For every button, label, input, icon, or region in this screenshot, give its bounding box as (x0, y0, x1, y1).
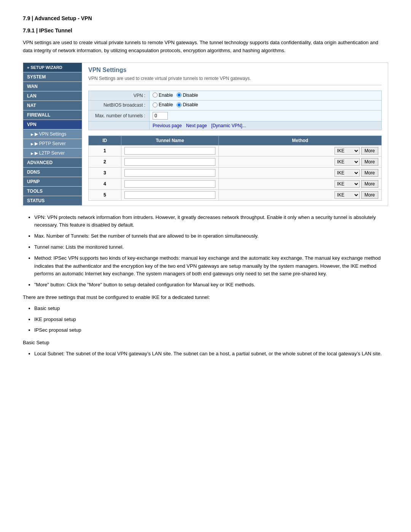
tunnel-method-select-2[interactable]: IKEManual (335, 158, 360, 166)
netbios-disable-radio[interactable] (177, 102, 182, 107)
sidebar-item-lan[interactable]: LAN (23, 91, 82, 101)
col-id-header: ID (89, 136, 121, 145)
tunnel-row-3: 3IKEManualMore (89, 167, 382, 178)
netbios-enable-text: Enable (159, 102, 173, 107)
netbios-value-cell: Enable Disable (150, 101, 382, 110)
max-tunnels-value-cell (150, 110, 382, 121)
content-area: VPN Settings VPN Settings are used to cr… (82, 63, 388, 206)
three-settings-list: Basic setupIKE proposal setupIPSec propo… (34, 305, 388, 334)
three-settings-item: IPSec proposal setup (34, 326, 388, 334)
bullet-item: Tunnel name: Lists the monitored tunnel. (34, 243, 388, 251)
tunnel-name-cell-2 (121, 156, 219, 167)
tunnel-name-cell-5 (121, 189, 219, 200)
netbios-disable-label: Disable (177, 102, 198, 107)
sidebar-item-system[interactable]: SYSTEM (23, 72, 82, 82)
tunnel-more-button-3[interactable]: More (361, 169, 378, 177)
nav-label-empty (89, 121, 150, 130)
main-layout: » SETUP WIZARD SYSTEM WAN LAN NAT FIREWA… (23, 62, 388, 206)
tunnel-name-cell-1 (121, 145, 219, 156)
tunnel-name-cell-4 (121, 178, 219, 189)
sidebar: » SETUP WIZARD SYSTEM WAN LAN NAT FIREWA… (23, 63, 82, 206)
tunnel-header-row: ID Tunnel Name Method (89, 136, 382, 145)
tunnel-name-input-4[interactable] (124, 180, 216, 188)
content-description: VPN Settings are used to create virtual … (88, 76, 382, 85)
tunnel-more-button-4[interactable]: More (361, 180, 378, 188)
col-name-header: Tunnel Name (121, 136, 219, 145)
tunnel-method-cell-1: IKEManualMore (219, 145, 382, 156)
three-settings-item: Basic setup (34, 305, 388, 313)
vpn-row: VPN : Enable Disable (89, 91, 382, 101)
vpn-enable-label: Enable (153, 93, 173, 98)
next-page-link[interactable]: Next page (186, 123, 207, 128)
netbios-disable-text: Disable (183, 102, 198, 107)
sidebar-item-wan[interactable]: WAN (23, 82, 82, 91)
tunnel-method-select-5[interactable]: IKEManual (335, 191, 360, 199)
tunnel-more-button-1[interactable]: More (361, 147, 378, 155)
vpn-form-table: VPN : Enable Disable NetBIOS (88, 91, 382, 130)
tunnel-table: ID Tunnel Name Method 1IKEManualMore2IKE… (88, 136, 382, 201)
sidebar-item-firewall[interactable]: FIREWALL (23, 110, 82, 120)
tunnel-id-2: 2 (89, 156, 121, 167)
tunnel-row-2: 2IKEManualMore (89, 156, 382, 167)
sidebar-item-setup-wizard[interactable]: » SETUP WIZARD (23, 63, 82, 72)
vpn-enable-radio[interactable] (153, 93, 158, 97)
tunnel-more-button-5[interactable]: More (361, 191, 378, 199)
basic-setup-title: Basic Setup (23, 339, 388, 347)
tunnel-method-select-4[interactable]: IKEManual (335, 180, 360, 188)
tunnel-more-button-2[interactable]: More (361, 158, 378, 166)
bullet-item: VPN: VPN protects network information fr… (34, 214, 388, 230)
tunnel-id-1: 1 (89, 145, 121, 156)
main-bullet-list: VPN: VPN protects network information fr… (34, 214, 388, 289)
content-title: VPN Settings (88, 67, 382, 73)
sidebar-item-upnp[interactable]: UPnP (23, 177, 82, 187)
vpn-enable-text: Enable (159, 93, 173, 98)
bullet-section: VPN: VPN protects network information fr… (23, 214, 388, 358)
bullet-item: Method: IPSec VPN supports two kinds of … (34, 254, 388, 278)
vpn-radio-group: Enable Disable (153, 93, 198, 98)
tunnel-id-4: 4 (89, 178, 121, 189)
netbios-enable-label: Enable (153, 102, 173, 107)
max-tunnels-input[interactable] (153, 112, 168, 120)
tunnel-id-5: 5 (89, 189, 121, 200)
sidebar-item-l2tp-server[interactable]: ▶ L2TP Server (23, 149, 82, 158)
tunnel-row-5: 5IKEManualMore (89, 189, 382, 200)
netbios-enable-radio[interactable] (153, 102, 158, 107)
netbios-row: NetBIOS broadcast : Enable Disable (89, 101, 382, 110)
three-settings-intro: There are three settings that must be co… (23, 294, 388, 302)
vpn-disable-label: Disable (177, 93, 198, 98)
tunnel-method-cell-4: IKEManualMore (219, 178, 382, 189)
sidebar-item-status[interactable]: STATUS (23, 196, 82, 206)
tunnel-row-4: 4IKEManualMore (89, 178, 382, 189)
tunnel-method-select-3[interactable]: IKEManual (335, 169, 360, 177)
sidebar-item-tools[interactable]: TOOLS (23, 187, 82, 196)
max-tunnels-label: Max. number of tunnels : (89, 110, 150, 121)
bullet-item: "More" button: Click the "More" button t… (34, 281, 388, 289)
tunnel-row-1: 1IKEManualMore (89, 145, 382, 156)
bullet-item: Max. Number of Tunnels: Set the number o… (34, 232, 388, 240)
three-settings-item: IKE proposal setup (34, 316, 388, 324)
sidebar-item-vpn-settings[interactable]: ▶ VPN Settings (23, 129, 82, 139)
tunnel-id-3: 3 (89, 167, 121, 178)
previous-page-link[interactable]: Previous page (153, 123, 182, 128)
netbios-radio-group: Enable Disable (153, 102, 198, 107)
tunnel-method-select-1[interactable]: IKEManual (335, 147, 360, 155)
tunnel-name-input-5[interactable] (124, 191, 216, 199)
netbios-label: NetBIOS broadcast : (89, 101, 150, 110)
max-tunnels-row: Max. number of tunnels : (89, 110, 382, 121)
intro-text: VPN settings are used to create virtual … (23, 39, 388, 55)
nav-links-cell: Previous page Next page [Dynamic VPN]... (150, 121, 382, 130)
tunnel-name-cell-3 (121, 167, 219, 178)
sidebar-item-pptp-server[interactable]: ▶ PPTP Server (23, 139, 82, 149)
sidebar-item-advanced[interactable]: ADVANCED (23, 158, 82, 168)
vpn-disable-radio[interactable] (177, 93, 182, 97)
sidebar-item-ddns[interactable]: DDNS (23, 168, 82, 177)
basic-setup-list: Local Subnet: The subnet of the local VP… (34, 350, 388, 358)
tunnel-name-input-2[interactable] (124, 158, 216, 166)
sidebar-item-vpn[interactable]: VPN (23, 120, 82, 129)
dynamic-vpn-link[interactable]: [Dynamic VPN]... (211, 123, 246, 128)
sidebar-item-nat[interactable]: NAT (23, 101, 82, 110)
tunnel-method-cell-5: IKEManualMore (219, 189, 382, 200)
tunnel-name-input-1[interactable] (124, 147, 216, 155)
tunnel-name-input-3[interactable] (124, 169, 216, 177)
tunnel-method-cell-3: IKEManualMore (219, 167, 382, 178)
